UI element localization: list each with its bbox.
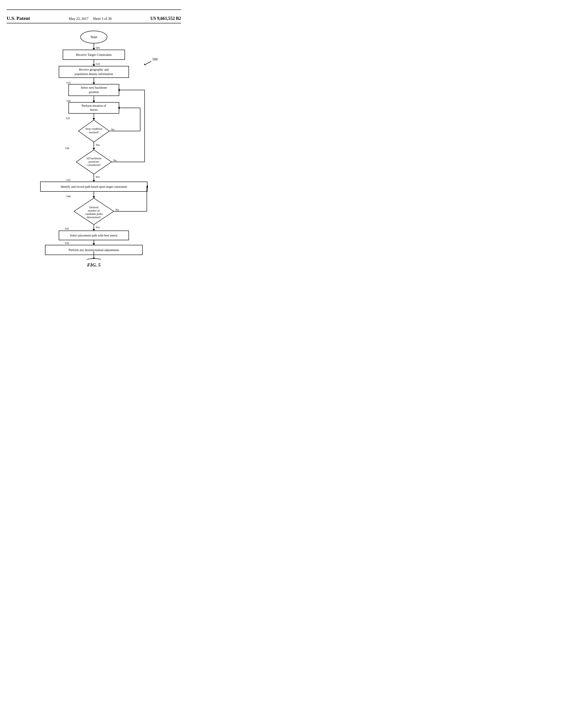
svg-point-46 — [81, 259, 107, 259]
step540-text-line3: candidate paths — [85, 212, 103, 216]
step540-label: 540 — [66, 195, 71, 198]
step530-no-label: No — [113, 159, 117, 162]
step550-text: Perform any desired manual adjustments — [69, 248, 119, 252]
step540-text-line1: Desired — [89, 206, 98, 209]
step525-text-line1: Stop condition — [85, 127, 102, 130]
svg-marker-2 — [92, 48, 95, 50]
step520-text-line1: Perform iteration of — [81, 104, 106, 107]
step515-label: 515 — [66, 81, 71, 84]
step540-text-line4: determined? — [87, 216, 101, 219]
step520-label: 520 — [66, 99, 71, 102]
step525-text-line2: reached? — [89, 131, 99, 134]
step525-no-label: No — [111, 128, 115, 131]
svg-marker-41 — [92, 243, 95, 245]
step525-yes-label: Yes — [96, 143, 100, 146]
step515-text-line2: position — [89, 90, 99, 94]
step545-label: 545 — [65, 227, 69, 230]
step540-yes-label: Yes — [96, 225, 100, 229]
step530-yes-label: Yes — [96, 175, 100, 178]
step540-text-line2: number of — [88, 209, 100, 212]
flowchart-diagram: Start 505 Receive Target Constraints 510… — [17, 28, 171, 259]
step510-text-line2: population density information — [75, 72, 113, 76]
step530-text-line1: All backbone — [86, 157, 102, 160]
step505-text: Receive Target Constraints — [76, 53, 112, 56]
header-date: May 23, 2017 Sheet 5 of 30 — [69, 17, 111, 21]
step530-text-line2: positions — [89, 160, 99, 163]
step535-text: Identify and record path based upon targ… — [60, 185, 127, 188]
step510-label: 510 — [96, 62, 100, 66]
svg-marker-8 — [92, 83, 95, 84]
step520-text-line2: leaves — [90, 108, 98, 111]
figure-caption: FIG. 5 — [7, 262, 181, 268]
start-label: Start — [90, 35, 97, 39]
svg-marker-38 — [92, 229, 95, 231]
step530-text-line3: considered? — [87, 163, 101, 167]
patent-header-bar — [7, 4, 181, 10]
step530-label: 530 — [65, 146, 69, 150]
step510-text-line1: Receive geographic and — [79, 68, 109, 71]
header-patent-number: US 9,661,552 B2 — [150, 16, 181, 21]
step515-text-line1: Select next backbone — [81, 86, 107, 89]
patent-date-sheet — [91, 4, 96, 8]
step545-text: Select placement path with best metric — [70, 234, 118, 237]
header-patent-label: U.S. Patent — [7, 15, 30, 21]
patent-header: U.S. Patent May 23, 2017 Sheet 5 of 30 U… — [7, 15, 181, 23]
step540-no-label: No — [115, 208, 119, 211]
svg-marker-28 — [92, 180, 95, 182]
step550-label: 550 — [65, 241, 69, 245]
svg-marker-11 — [92, 101, 95, 102]
svg-marker-5 — [92, 64, 95, 66]
step535-label: 535 — [66, 178, 71, 182]
svg-line-47 — [145, 61, 151, 65]
step505-label: 505 — [96, 46, 100, 49]
diagram-number: 500 — [152, 57, 158, 61]
step525-label: 525 — [66, 116, 70, 120]
